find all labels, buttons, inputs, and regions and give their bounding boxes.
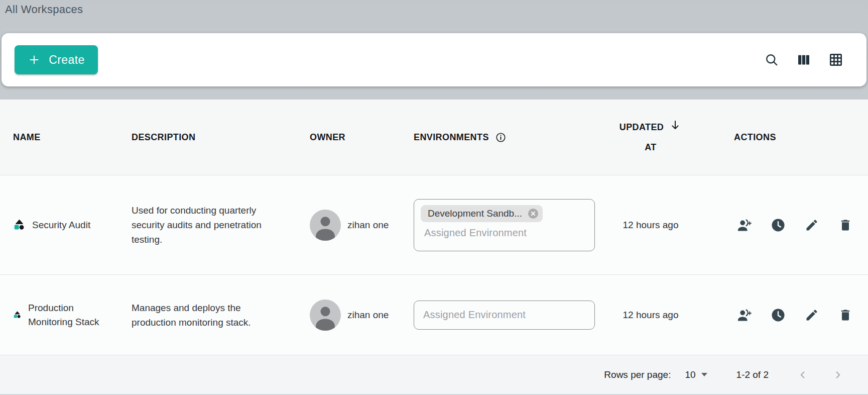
- grid-view-icon[interactable]: [827, 51, 844, 68]
- environment-placeholder: Assigned Environment: [424, 227, 588, 239]
- owner-name: zihan one: [347, 220, 389, 231]
- chip-remove-icon[interactable]: [527, 208, 539, 220]
- column-header-description[interactable]: DESCRIPTION: [118, 132, 296, 143]
- avatar: [310, 300, 341, 331]
- workspace-name-cell: Production Monitoring Stack: [0, 301, 118, 329]
- workspace-description: Used for conducting quarterly security a…: [118, 203, 296, 247]
- environment-chip[interactable]: Development Sandb...: [421, 205, 543, 222]
- workspace-name[interactable]: Security Audit: [32, 218, 90, 232]
- column-header-at-label: AT: [645, 137, 656, 157]
- pagination-range: 1-2 of 2: [736, 369, 769, 380]
- environment-placeholder: Assigned Environment: [423, 309, 526, 321]
- owner-cell: zihan one: [296, 210, 402, 241]
- delete-trash-icon[interactable]: [838, 218, 853, 233]
- view-columns-icon[interactable]: [795, 51, 812, 68]
- page-title: All Workspaces: [0, 0, 868, 16]
- create-button-label: Create: [49, 53, 84, 67]
- table-row: Security Audit Used for conducting quart…: [0, 175, 868, 274]
- environments-cell: Assigned Environment: [402, 301, 597, 330]
- owner-cell: zihan one: [296, 300, 402, 331]
- table-header-row: NAME DESCRIPTION OWNER ENVIRONMENTS UPDA…: [0, 100, 868, 175]
- share-user-icon[interactable]: [737, 218, 752, 233]
- workspaces-table: NAME DESCRIPTION OWNER ENVIRONMENTS UPDA…: [0, 100, 868, 394]
- share-user-icon[interactable]: [737, 308, 752, 323]
- toolbar-card: Create: [2, 33, 866, 86]
- previous-page-icon[interactable]: [797, 369, 809, 381]
- history-clock-icon[interactable]: [771, 308, 786, 323]
- table-pagination: Rows per page: 10 1-2 of 2: [0, 355, 868, 394]
- column-header-updated-at[interactable]: UPDATED AT: [597, 117, 704, 157]
- search-icon[interactable]: [763, 51, 780, 68]
- environments-cell: Development Sandb... Assigned Environmen…: [402, 199, 597, 251]
- environment-chip-label: Development Sandb...: [428, 208, 522, 219]
- workspace-description: Manages and deploys the production monit…: [118, 301, 296, 330]
- workspace-name[interactable]: Production Monitoring Stack: [28, 301, 114, 329]
- info-icon[interactable]: [495, 132, 507, 143]
- table-row: Production Monitoring Stack Manages and …: [0, 274, 868, 355]
- updated-at-value: 12 hours ago: [597, 310, 704, 321]
- column-header-name[interactable]: NAME: [0, 132, 118, 143]
- assigned-environment-input[interactable]: Assigned Environment: [414, 301, 595, 330]
- delete-trash-icon[interactable]: [838, 308, 853, 323]
- create-button[interactable]: Create: [15, 45, 98, 74]
- history-clock-icon[interactable]: [771, 218, 786, 233]
- edit-pencil-icon[interactable]: [804, 218, 819, 233]
- rows-per-page-label: Rows per page:: [604, 369, 671, 380]
- actions-cell: [704, 218, 868, 233]
- pager-controls: [797, 369, 844, 381]
- edit-pencil-icon[interactable]: [804, 308, 819, 323]
- next-page-icon[interactable]: [832, 369, 844, 381]
- assigned-environment-input[interactable]: Development Sandb... Assigned Environmen…: [414, 199, 595, 251]
- toolbar-icon-group: [763, 51, 844, 68]
- updated-at-value: 12 hours ago: [597, 220, 704, 231]
- workspace-shapes-icon: [13, 219, 26, 231]
- rows-per-page-select[interactable]: 10: [685, 369, 707, 380]
- actions-cell: [704, 308, 868, 323]
- plus-icon: [28, 53, 41, 66]
- rows-per-page-value: 10: [685, 369, 695, 380]
- avatar: [310, 210, 341, 241]
- column-header-environments-label: ENVIRONMENTS: [414, 132, 489, 143]
- column-header-actions: ACTIONS: [704, 132, 868, 143]
- owner-name: zihan one: [347, 310, 389, 321]
- caret-down-icon: [701, 373, 707, 376]
- sort-desc-arrow-icon: [669, 119, 682, 132]
- workspace-name-cell: Security Audit: [0, 218, 118, 232]
- column-header-owner[interactable]: OWNER: [296, 132, 402, 143]
- column-header-environments[interactable]: ENVIRONMENTS: [402, 132, 597, 143]
- column-header-updated-label: UPDATED: [619, 117, 664, 137]
- workspace-shapes-icon: [13, 311, 22, 319]
